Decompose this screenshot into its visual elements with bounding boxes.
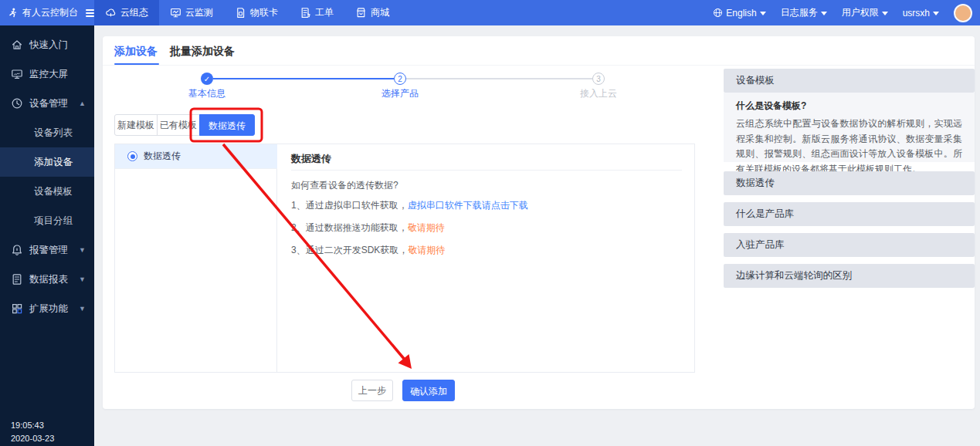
tabs-divider — [103, 65, 975, 66]
sidebar-item-project-group[interactable]: 项目分组 — [0, 206, 94, 235]
faq-item-edge-vs-cloud-polling[interactable]: 边缘计算和云端轮询的区别 — [724, 264, 975, 288]
template-button-new[interactable]: 新建模板 — [114, 114, 158, 136]
coming-soon-text: 敬请期待 — [408, 245, 445, 255]
chevron-down-icon: ▼ — [79, 275, 86, 283]
faq-item-what-is-product-library[interactable]: 什么是产品库 — [724, 202, 975, 226]
sidebar-item-quick-start[interactable]: 快速入门 — [0, 30, 94, 59]
topnav-label: 工单 — [315, 6, 334, 19]
faq-question: 什么是设备模板? — [736, 100, 962, 113]
stepper-line-done — [213, 78, 394, 79]
sidebar-item-alarm-management[interactable]: 报警管理 ▼ — [0, 235, 94, 265]
brand-title: 有人云控制台 — [22, 6, 78, 19]
faq-item-join-product-library[interactable]: 入驻产品库 — [724, 233, 975, 257]
username-menu[interactable]: usrsxh — [903, 8, 939, 19]
clock-time: 19:05:43 — [11, 421, 44, 430]
work-order-icon — [300, 7, 311, 19]
clock-date: 2020-03-23 — [11, 434, 54, 443]
chevron-down-icon — [821, 12, 827, 15]
sidebar-item-device-list[interactable]: 设备列表 — [0, 118, 94, 147]
topnav-label: 云组态 — [120, 6, 148, 19]
sidebar-item-monitor-screen[interactable]: 监控大屏 — [0, 59, 94, 89]
panel-question: 如何查看设备的透传数据? — [291, 179, 398, 192]
screen-icon — [11, 68, 23, 80]
topnav-item-iot-card[interactable]: 物联卡 — [224, 0, 289, 25]
sidebar-item-label: 添加设备 — [34, 156, 73, 169]
step-2-label: 选择产品 — [365, 87, 435, 100]
sidebar-item-label: 数据报表 — [29, 273, 68, 286]
sidebar: 快速入门 监控大屏 设备管理 ▲ 设备列表 添加设备 设备模板 项目分组 报警管 — [0, 25, 94, 446]
brand: 有人云控制台 — [0, 6, 94, 19]
faq-expanded-content: 什么是设备模板? 云组态系统中配置与设备数据协议的解析规则，实现远程采集和控制。… — [724, 93, 975, 162]
user-permission-menu[interactable]: 用户权限 — [842, 6, 888, 19]
language-menu[interactable]: English — [713, 8, 765, 19]
topnav-item-mall[interactable]: 商城 — [344, 0, 400, 25]
topnav-item-work-order[interactable]: 工单 — [289, 0, 344, 25]
sidebar-item-label: 监控大屏 — [29, 68, 68, 81]
template-button-passthrough[interactable]: 数据透传 — [199, 114, 255, 136]
download-link[interactable]: 虚拟串口软件下载请点击下载 — [408, 200, 528, 211]
topnav-label: 物联卡 — [250, 6, 278, 19]
tab-add-device[interactable]: 添加设备 — [114, 45, 158, 59]
device-management-icon — [11, 97, 23, 110]
sidebar-item-label: 设备管理 — [29, 97, 68, 110]
selection-list: 数据透传 — [115, 144, 277, 372]
sidebar-item-label: 扩展功能 — [29, 302, 68, 316]
faq-item-device-template[interactable]: 设备模板 — [724, 69, 975, 93]
extensions-grid-icon — [11, 302, 23, 315]
chevron-down-icon — [760, 12, 766, 15]
template-button-existing[interactable]: 已有模板 — [157, 114, 200, 136]
globe-icon — [713, 8, 723, 18]
menu-toggle-icon[interactable] — [86, 9, 94, 17]
step-1-circle: ✓ — [201, 73, 213, 85]
panel-item-3: 3、通过二次开发SDK获取，敬请期待 — [291, 244, 445, 257]
stepper-line-pending — [406, 78, 592, 79]
username-label: usrsxh — [903, 8, 930, 19]
report-icon — [11, 273, 23, 286]
chevron-down-icon: ▼ — [79, 246, 86, 254]
confirm-add-button[interactable]: 确认添加 — [402, 380, 455, 401]
sidebar-item-label: 快速入门 — [29, 39, 68, 52]
sidebar-item-label: 报警管理 — [29, 244, 68, 257]
list-item-passthrough[interactable]: 数据透传 — [115, 144, 277, 169]
panel-title: 数据透传 — [291, 152, 331, 166]
log-service-menu[interactable]: 日志服务 — [781, 6, 827, 19]
panel-item-1: 1、通过虚拟串口软件获取，虚拟串口软件下载请点击下载 — [291, 199, 528, 212]
sidebar-item-label: 设备模板 — [34, 185, 73, 198]
top-nav-tabs: 云组态 云监测 物联卡 工单 — [94, 0, 400, 25]
home-icon — [11, 39, 23, 51]
faq-item-data-passthrough[interactable]: 数据透传 — [724, 171, 975, 195]
sidebar-item-add-device[interactable]: 添加设备 — [0, 147, 94, 177]
step-1-label: 基本信息 — [172, 87, 242, 100]
sidebar-item-device-template[interactable]: 设备模板 — [0, 177, 94, 206]
brand-logo-icon — [8, 6, 18, 19]
mall-icon — [355, 7, 367, 19]
user-permission-label: 用户权限 — [842, 6, 879, 19]
monitor-icon — [170, 7, 181, 19]
topnav-label: 云监测 — [185, 6, 213, 19]
sidebar-item-extensions[interactable]: 扩展功能 ▼ — [0, 294, 94, 323]
panel-item-text: 2、通过数据推送功能获取， — [291, 222, 408, 233]
topnav-label: 商城 — [371, 6, 389, 19]
faq-answer: 云组态系统中配置与设备数据协议的解析规则，实现远程采集和控制。新版云服务将通讯协… — [736, 117, 962, 177]
chevron-down-icon — [933, 12, 939, 15]
coming-soon-text: 敬请期待 — [408, 222, 445, 233]
previous-step-button[interactable]: 上一步 — [351, 380, 393, 401]
avatar[interactable] — [954, 4, 972, 22]
topnav-item-cloud-monitor[interactable]: 云监测 — [159, 0, 224, 25]
panel-item-2: 2、通过数据推送功能获取，敬请期待 — [291, 221, 445, 235]
sidebar-item-label: 设备列表 — [34, 127, 73, 140]
panel-item-text: 3、通过二次开发SDK获取， — [291, 245, 408, 255]
sidebar-item-data-report[interactable]: 数据报表 ▼ — [0, 265, 94, 294]
topbar-right: English 日志服务 用户权限 usrsxh — [713, 4, 980, 22]
top-navigation-bar: 有人云控制台 云组态 云监测 物联卡 — [0, 0, 980, 25]
radio-selected-icon[interactable] — [127, 151, 137, 161]
panel-item-text: 1、通过虚拟串口软件获取， — [291, 200, 408, 211]
panel-divider — [291, 170, 682, 171]
topnav-item-cloud-config[interactable]: 云组态 — [94, 0, 159, 25]
tab-batch-add-device[interactable]: 批量添加设备 — [170, 45, 235, 59]
selection-box: 数据透传 数据透传 如何查看设备的透传数据? 1、通过虚拟串口软件获取，虚拟串口… — [114, 144, 695, 373]
step-2-circle: 2 — [394, 73, 406, 85]
alarm-bell-icon — [11, 244, 23, 256]
chevron-up-icon: ▲ — [79, 100, 86, 107]
sidebar-item-device-management[interactable]: 设备管理 ▲ — [0, 89, 94, 118]
